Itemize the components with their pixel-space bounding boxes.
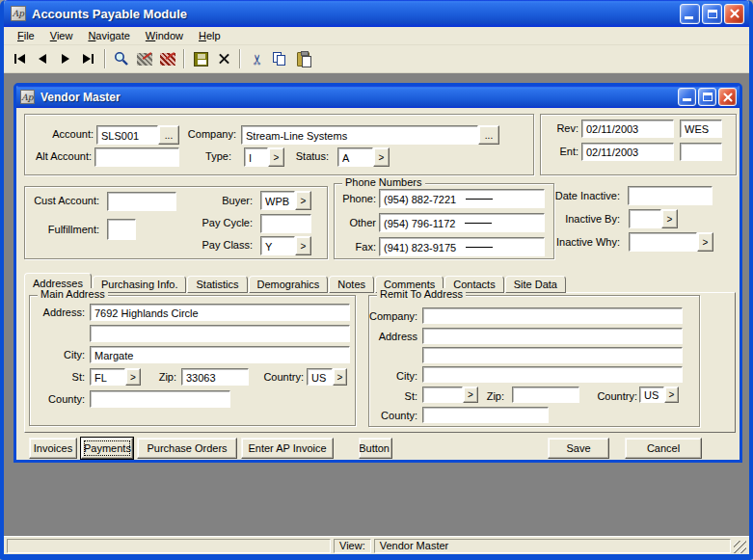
company-browse-button[interactable]: ... [478,125,499,145]
vendor-master-content: Account: ... Company: ... Alt Account: T… [16,108,740,460]
main-st-picker-button[interactable]: > [125,368,141,386]
status-picker-button[interactable]: > [373,147,390,167]
company-field[interactable] [241,125,478,145]
buyer-field[interactable] [260,191,295,210]
vendor-master-titlebar[interactable]: Ap Vendor Master [16,86,740,108]
main-address-line2-field[interactable] [90,325,350,342]
rev-date-field [581,120,674,138]
main-city-field[interactable] [90,346,350,363]
phone-field[interactable]: (954) 882-7221 [379,189,545,208]
payments-button[interactable]: Payments [81,438,133,459]
enter-ap-invoice-button[interactable]: Enter AP Invoice [241,438,334,459]
app-titlebar[interactable]: Ap Accounts Payable Module [4,0,749,27]
ent-by-field [680,143,722,161]
main-st-field[interactable] [90,368,125,386]
menu-help[interactable]: Help [191,28,229,43]
app-icon-text: Ap [13,9,24,18]
rev-by-field [680,120,722,138]
remit-zip-field[interactable] [512,387,579,403]
remit-address-group-title: Remit To Address [377,288,466,300]
menu-view[interactable]: View [42,28,81,43]
main-country-picker-button[interactable]: > [333,368,347,386]
remit-country-picker-button[interactable]: > [664,387,679,403]
phone-ext-field[interactable] [466,199,493,200]
main-zip-field[interactable] [181,368,249,386]
minimize-button[interactable] [680,4,700,24]
pay-class-label: Pay Class: [195,239,253,251]
remit-address-line1-field[interactable] [422,328,683,344]
first-record-button[interactable] [8,47,31,70]
tab-statistics[interactable]: Statistics [187,276,247,293]
menu-window[interactable]: Window [138,28,191,43]
remit-address-line2-field[interactable] [422,347,683,363]
menu-navigate[interactable]: Navigate [80,28,137,43]
pay-class-picker-button[interactable]: > [295,236,311,255]
save-button[interactable]: Save [548,438,609,459]
account-field[interactable] [96,125,158,145]
menu-bar: File View Navigate Window Help [4,27,749,45]
status-bar: View: Vendor Master [4,536,749,554]
alt-account-field[interactable] [94,147,179,167]
main-city-label: City: [35,349,85,360]
status-field[interactable] [337,147,373,167]
next-record-button[interactable] [54,47,77,70]
remit-company-label: Company: [369,310,417,322]
remit-company-field[interactable] [422,307,683,324]
pay-class-field[interactable] [260,236,295,255]
vendor-maximize-button[interactable] [698,88,716,106]
copy-button[interactable] [268,47,291,70]
date-inactive-field[interactable] [628,186,713,205]
type-field[interactable] [244,147,268,167]
delete-icon [218,53,230,66]
close-icon [729,8,740,19]
tab-site-data[interactable]: Site Data [505,276,566,293]
inactive-by-field[interactable] [629,209,661,228]
fax-ext-field[interactable] [466,247,493,248]
remit-st-field[interactable] [422,387,463,403]
remit-county-field[interactable] [422,407,549,423]
inactive-why-label: Inactive Why: [552,236,620,248]
search-button[interactable] [110,47,133,70]
resize-grip[interactable] [734,541,746,553]
last-record-button[interactable] [77,47,100,70]
filter-inactive-button[interactable] [133,47,156,70]
pay-cycle-field[interactable] [260,214,311,233]
inactive-why-picker-button[interactable]: > [697,232,713,252]
inactive-by-picker-button[interactable]: > [661,209,678,228]
other-ext-field[interactable] [465,223,492,224]
inactive-why-field[interactable] [629,232,697,252]
tab-demographics[interactable]: Demograhics [249,276,329,293]
cancel-button[interactable]: Cancel [625,438,702,459]
cust-account-field[interactable] [107,192,176,211]
previous-record-button[interactable] [31,47,54,70]
other-phone-field[interactable]: (954) 796-1172 [379,213,545,232]
fulfillment-field[interactable] [107,219,136,240]
remit-country-field[interactable] [639,387,664,403]
fax-label: Fax: [337,241,376,253]
main-county-field[interactable] [90,390,230,408]
app-icon: Ap [11,6,26,21]
search-icon [113,50,130,67]
save-button[interactable] [189,47,212,70]
paste-button[interactable] [291,47,314,70]
tab-notes[interactable]: Notes [329,276,374,293]
close-button[interactable] [724,4,744,24]
purchase-orders-button[interactable]: Purchase Orders [137,438,237,459]
cut-button[interactable]: ✂ [245,47,268,70]
main-country-field[interactable] [307,368,333,386]
fax-field[interactable]: (941) 823-9175 [379,237,545,256]
invoices-button[interactable]: Invoices [29,438,77,459]
delete-button[interactable] [212,47,235,70]
vendor-minimize-button[interactable] [678,88,696,106]
close-icon [722,92,734,103]
main-address-line1-field[interactable] [90,304,350,321]
maximize-button[interactable] [702,4,722,24]
toolbar-separator [183,49,185,68]
vendor-close-button[interactable] [718,88,737,106]
remit-city-field[interactable] [422,366,683,383]
menu-file[interactable]: File [10,28,42,43]
main-zip-label: Zip: [146,371,176,383]
buyer-picker-button[interactable]: > [295,191,311,210]
generic-button[interactable]: Button [359,438,392,459]
filter-active-button[interactable] [156,47,179,70]
